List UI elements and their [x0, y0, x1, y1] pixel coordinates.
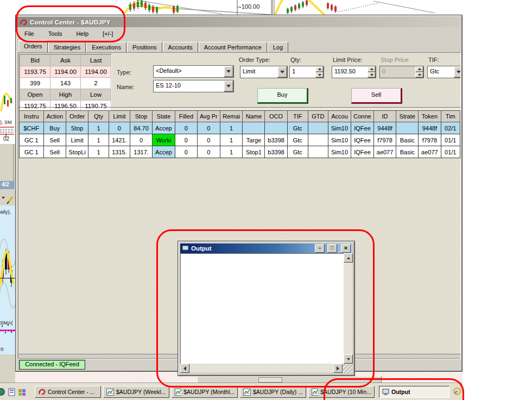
- order-row[interactable]: $CHFBuyStop1084.70Accep001GtcSim10IQFee9…: [20, 122, 460, 134]
- taskbar-button-audjpy-weekly[interactable]: $AUDJPY (Weekl...: [103, 386, 169, 398]
- column-header[interactable]: Strate: [396, 111, 419, 122]
- column-header[interactable]: Filled: [175, 111, 197, 122]
- chart-fragment-axis: 02: [3, 136, 9, 142]
- spin-down-icon[interactable]: [315, 72, 324, 78]
- order-cell: 01/1: [441, 134, 460, 146]
- qty-stepper[interactable]: 1: [289, 66, 324, 78]
- column-header[interactable]: Order: [66, 111, 88, 122]
- column-header[interactable]: Remai: [220, 111, 243, 122]
- order-cell: GC 1: [20, 134, 44, 146]
- column-header[interactable]: Limit: [109, 111, 130, 122]
- column-header[interactable]: OCO: [265, 111, 287, 122]
- order-cell: 1: [220, 146, 243, 158]
- maximize-button[interactable]: □: [327, 244, 337, 253]
- quicklaunch-icon-3[interactable]: [18, 388, 26, 396]
- column-header[interactable]: Tim: [441, 111, 460, 122]
- menu-tools[interactable]: Tools: [48, 30, 62, 37]
- tif-dropdown[interactable]: Gtc: [427, 66, 461, 78]
- orders-table-header-row: InstruActionOrderQtyLimitStopStateFilled…: [20, 111, 460, 122]
- column-header[interactable]: Conne: [351, 111, 374, 122]
- column-header[interactable]: GTD: [308, 111, 328, 122]
- order-cell: 0: [197, 122, 220, 134]
- chevron-down-icon[interactable]: [277, 66, 287, 78]
- menu-plus-minus[interactable]: [+/-]: [103, 30, 113, 37]
- order-cell: 0: [109, 122, 130, 134]
- instrument-name-dropdown[interactable]: ES 12-10: [153, 80, 234, 92]
- tab-executions[interactable]: Executions: [86, 42, 126, 52]
- column-header[interactable]: Instru: [20, 111, 44, 122]
- scroll-right-icon[interactable]: [333, 364, 343, 373]
- order-type-dropdown[interactable]: Limit: [240, 66, 288, 78]
- column-header[interactable]: Name: [243, 111, 265, 122]
- ninjatrader-icon: [20, 18, 27, 26]
- spin-up-icon: [415, 66, 423, 72]
- order-cell: Stop: [66, 122, 88, 134]
- column-header[interactable]: ID: [373, 111, 396, 122]
- column-header[interactable]: TIF: [287, 111, 308, 122]
- output-text-area[interactable]: [180, 253, 344, 364]
- order-cell: [265, 122, 287, 134]
- taskbar-button-output[interactable]: Output: [379, 386, 449, 398]
- taskbar-button-audjpy-10min[interactable]: $AUDJPY (10 Min...: [308, 386, 375, 398]
- bid-price: 1193.75: [20, 66, 50, 78]
- spin-up-icon[interactable]: [368, 66, 376, 72]
- quicklaunch-icon-2[interactable]: [8, 388, 16, 396]
- order-cell: IQFee: [351, 146, 374, 158]
- scroll-up-icon[interactable]: [344, 253, 353, 262]
- menu-help[interactable]: Help: [76, 30, 88, 37]
- stop-price-label: Stop Price:: [381, 57, 410, 63]
- output-window-title: Output: [191, 245, 313, 252]
- resize-grip[interactable]: [343, 364, 352, 373]
- spin-up-icon[interactable]: [315, 66, 324, 72]
- atm-type-dropdown[interactable]: <Default>: [153, 65, 234, 78]
- order-cell: 1317.: [130, 146, 153, 158]
- taskbar-button-audjpy-monthly[interactable]: $AUDJPY (Monthl...: [172, 386, 238, 398]
- chevron-down-icon[interactable]: [224, 66, 233, 77]
- menu-file[interactable]: File: [24, 30, 34, 37]
- column-header[interactable]: Action: [43, 111, 66, 122]
- chevron-down-icon[interactable]: [224, 80, 233, 92]
- column-header[interactable]: Avg Pr: [197, 111, 220, 122]
- sell-button[interactable]: Sell: [351, 88, 402, 104]
- order-cell: $CHF: [20, 122, 44, 134]
- order-type-value: Limit: [240, 66, 277, 78]
- buy-button[interactable]: Buy: [257, 88, 308, 104]
- column-header[interactable]: Qty: [88, 111, 109, 122]
- horizontal-scrollbar[interactable]: [180, 364, 344, 372]
- tab-orders[interactable]: Orders: [18, 40, 48, 52]
- tab-positions[interactable]: Positions: [127, 42, 162, 52]
- column-header[interactable]: Token: [419, 111, 441, 122]
- vertical-scrollbar[interactable]: [344, 253, 352, 364]
- scroll-down-icon[interactable]: [344, 354, 353, 364]
- control-center-titlebar[interactable]: Control Center - $AUDJPY: [17, 17, 460, 27]
- chevron-down-icon[interactable]: [454, 66, 461, 78]
- tab-strategies[interactable]: Strategies: [48, 42, 86, 52]
- order-row[interactable]: GC 1SellStopLi11315.1317.Accep001Stop1b3…: [20, 146, 460, 158]
- limit-price-stepper[interactable]: 1192.50: [332, 66, 376, 78]
- ie-icon[interactable]: e: [453, 387, 461, 397]
- quicklaunch-icon-1[interactable]: [0, 388, 5, 396]
- tab-log[interactable]: Log: [268, 42, 288, 52]
- close-button[interactable]: ×: [341, 244, 351, 253]
- qty-value[interactable]: 1: [290, 66, 315, 78]
- last-size: 2: [81, 78, 111, 89]
- tab-account-performance[interactable]: Account Performance: [199, 42, 267, 52]
- taskbar-button-label: Output: [391, 389, 410, 395]
- tab-accounts[interactable]: Accounts: [163, 42, 198, 52]
- taskbar-button-audjpy-daily[interactable]: $AUDJPY (Daily) ...: [240, 386, 306, 398]
- column-header[interactable]: Accou: [328, 111, 351, 122]
- order-cell: 1: [88, 122, 109, 134]
- order-cell: StopLi: [66, 146, 88, 158]
- scroll-left-icon[interactable]: [180, 364, 189, 373]
- order-cell: 1: [88, 146, 109, 158]
- minimize-button[interactable]: –: [315, 244, 325, 253]
- limit-price-value[interactable]: 1192.50: [332, 66, 368, 78]
- bid-size: 399: [20, 78, 50, 89]
- taskbar-button-control-center[interactable]: Control Center - ...: [35, 386, 101, 398]
- order-row[interactable]: GC 1SellLimit11421.0Worki001Targeb3398Gt…: [20, 134, 460, 146]
- column-header[interactable]: State: [152, 111, 175, 122]
- column-header[interactable]: Stop: [130, 111, 153, 122]
- output-titlebar[interactable]: Output – □ ×: [180, 243, 352, 253]
- spin-down-icon[interactable]: [368, 72, 376, 78]
- order-cell: Sell: [43, 146, 66, 158]
